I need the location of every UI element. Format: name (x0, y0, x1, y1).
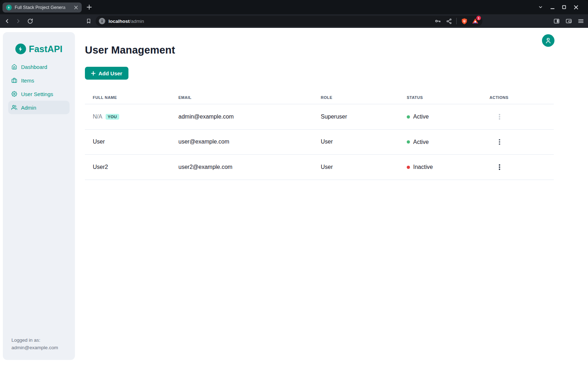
sidebar-item-label: Dashboard (21, 64, 47, 70)
status-text: Active (413, 139, 429, 145)
header-email: EMAIL (171, 87, 313, 104)
url-path: /admin (130, 19, 144, 24)
briefcase-icon (11, 77, 17, 83)
tab-close-icon[interactable] (73, 5, 79, 10)
tab-search-chevron-icon[interactable] (538, 4, 543, 10)
logged-in-info: Logged in as: admin@example.com (11, 336, 58, 351)
cell-role: User (313, 155, 399, 180)
sidebar-item-admin[interactable]: Admin (8, 101, 70, 114)
row-actions-button[interactable] (497, 138, 502, 146)
cell-full-name: User (93, 139, 105, 145)
sidebar-item-label: User Settings (21, 91, 53, 97)
table-row: N/AYOU admin@example.com Superuser Activ… (85, 104, 554, 130)
sidebar-item-user-settings[interactable]: User Settings (8, 87, 70, 101)
logged-in-label: Logged in as: (11, 336, 58, 344)
browser-window: Full Stack Project Genera (0, 0, 588, 366)
status-text: Inactive (413, 164, 433, 170)
brave-rewards-icon[interactable]: 1 (472, 17, 479, 25)
site-info-icon[interactable] (99, 18, 105, 24)
header-actions: ACTIONS (482, 87, 554, 104)
sidebar-item-label: Admin (21, 105, 36, 111)
table-row: User2 user2@example.com User Inactive (85, 155, 554, 180)
table-header-row: FULL NAME EMAIL ROLE STATUS ACTIONS (85, 87, 554, 104)
window-minimize-icon[interactable] (549, 4, 555, 10)
cell-email: user@example.com (171, 129, 313, 155)
table-body: N/AYOU admin@example.com Superuser Activ… (85, 104, 554, 180)
sidebar-toggle-icon[interactable] (553, 17, 560, 25)
brand: FastAPI (3, 44, 75, 54)
window-close-icon[interactable] (573, 4, 579, 10)
cell-role: User (313, 129, 399, 155)
logged-in-email: admin@example.com (11, 344, 58, 351)
window-controls (538, 0, 579, 14)
new-tab-button[interactable] (86, 4, 92, 10)
sidebar-item-items[interactable]: Items (8, 74, 70, 87)
add-user-label: Add User (98, 70, 122, 76)
url-bar[interactable]: localhost/admin 1 (96, 16, 482, 26)
gear-icon (11, 91, 17, 97)
fastapi-logo-icon (15, 44, 26, 54)
cell-email: user2@example.com (171, 155, 313, 180)
forward-icon[interactable] (15, 17, 22, 25)
window-maximize-icon[interactable] (561, 4, 567, 10)
tab-title: Full Stack Project Genera (15, 5, 73, 10)
sidebar-item-label: Items (21, 77, 34, 84)
wallet-icon[interactable] (565, 17, 572, 25)
share-icon[interactable] (445, 17, 452, 25)
menu-hamburger-icon[interactable] (577, 17, 584, 25)
home-icon (11, 64, 17, 70)
back-icon[interactable] (4, 17, 11, 25)
page-title: User Management (85, 44, 554, 56)
cell-email: admin@example.com (171, 104, 313, 130)
app-page: FastAPI Dashboard Items User Settings (0, 28, 588, 366)
brave-shield-icon[interactable] (461, 17, 468, 25)
brand-name: FastAPI (29, 44, 62, 54)
header-full-name: FULL NAME (85, 87, 171, 104)
status-dot (407, 115, 410, 119)
users-table: FULL NAME EMAIL ROLE STATUS ACTIONS N/AY… (85, 87, 554, 180)
bookmark-icon[interactable] (85, 17, 92, 25)
status-dot (407, 166, 410, 169)
status-dot (407, 140, 410, 144)
add-user-button[interactable]: Add User (85, 67, 128, 80)
plus-icon (91, 71, 96, 76)
status-cell: Active (407, 139, 429, 145)
sidebar: FastAPI Dashboard Items User Settings (3, 32, 75, 360)
header-role: ROLE (313, 87, 399, 104)
fastapi-favicon-icon (6, 5, 12, 10)
status-cell: Inactive (407, 164, 433, 170)
browser-toolbar: localhost/admin 1 (0, 14, 588, 28)
sidebar-nav: Dashboard Items User Settings Admin (3, 60, 75, 114)
row-actions-button[interactable] (497, 163, 502, 171)
you-badge: YOU (106, 114, 119, 120)
cell-full-name: N/A (93, 114, 102, 120)
toolbar-divider (456, 18, 457, 24)
main-content: User Management Add User FULL NAME EMAIL… (85, 28, 554, 180)
url-host: localhost (108, 19, 130, 24)
browser-tab[interactable]: Full Stack Project Genera (2, 2, 82, 12)
sidebar-item-dashboard[interactable]: Dashboard (8, 60, 70, 74)
toolbar-right (553, 14, 584, 28)
password-key-icon[interactable] (434, 17, 441, 25)
tab-strip: Full Stack Project Genera (0, 0, 588, 14)
reload-icon[interactable] (26, 17, 34, 25)
cell-role: Superuser (313, 104, 399, 130)
rewards-badge: 1 (476, 16, 481, 20)
users-icon (11, 105, 17, 110)
url-text: localhost/admin (108, 19, 430, 24)
row-actions-button[interactable] (497, 113, 502, 121)
status-text: Active (413, 114, 429, 120)
status-cell: Active (407, 114, 429, 120)
table-row: User user@example.com User Active (85, 129, 554, 155)
header-status: STATUS (399, 87, 482, 104)
cell-full-name: User2 (93, 164, 108, 170)
